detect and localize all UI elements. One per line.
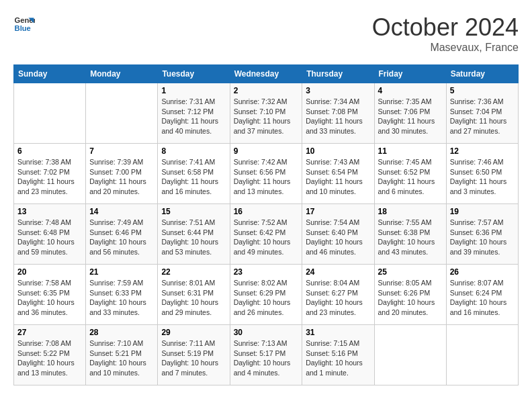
calendar-body: 1Sunrise: 7:31 AMSunset: 7:12 PMDaylight… (14, 83, 519, 385)
calendar-cell (374, 325, 446, 385)
day-info: Sunrise: 7:58 AMSunset: 6:35 PMDaylight:… (17, 278, 82, 318)
day-header-tuesday: Tuesday (158, 65, 230, 83)
day-number: 4 (378, 86, 443, 95)
calendar-cell: 29Sunrise: 7:11 AMSunset: 5:19 PMDayligh… (158, 325, 230, 385)
calendar-cell: 17Sunrise: 7:54 AMSunset: 6:40 PMDayligh… (302, 204, 374, 265)
calendar-week-1: 1Sunrise: 7:31 AMSunset: 7:12 PMDaylight… (14, 83, 519, 144)
calendar-cell: 16Sunrise: 7:52 AMSunset: 6:42 PMDayligh… (230, 204, 302, 265)
day-info: Sunrise: 8:05 AMSunset: 6:26 PMDaylight:… (378, 278, 443, 318)
day-header-monday: Monday (86, 65, 158, 83)
day-info: Sunrise: 7:15 AMSunset: 5:16 PMDaylight:… (306, 338, 370, 378)
day-info: Sunrise: 7:35 AMSunset: 7:06 PMDaylight:… (378, 97, 443, 136)
day-number: 3 (306, 86, 370, 95)
day-number: 7 (89, 146, 154, 156)
day-info: Sunrise: 7:45 AMSunset: 6:52 PMDaylight:… (378, 157, 443, 197)
day-number: 24 (306, 267, 370, 277)
day-info: Sunrise: 8:04 AMSunset: 6:27 PMDaylight:… (306, 278, 370, 318)
day-number: 5 (450, 86, 515, 95)
day-number: 22 (161, 267, 226, 277)
day-info: Sunrise: 8:07 AMSunset: 6:24 PMDaylight:… (450, 278, 515, 318)
calendar-cell: 19Sunrise: 7:57 AMSunset: 6:36 PMDayligh… (446, 204, 518, 265)
calendar-cell: 15Sunrise: 7:51 AMSunset: 6:44 PMDayligh… (158, 204, 230, 265)
day-info: Sunrise: 7:57 AMSunset: 6:36 PMDaylight:… (450, 218, 515, 257)
calendar-cell: 21Sunrise: 7:59 AMSunset: 6:33 PMDayligh… (86, 265, 158, 325)
day-number: 2 (234, 86, 299, 95)
calendar-cell: 3Sunrise: 7:34 AMSunset: 7:08 PMDaylight… (302, 83, 374, 144)
subtitle: Masevaux, France (372, 42, 519, 54)
day-info: Sunrise: 7:46 AMSunset: 6:50 PMDaylight:… (450, 157, 515, 197)
day-number: 8 (161, 146, 226, 156)
logo: General Blue (13, 13, 35, 35)
calendar-cell (86, 83, 158, 144)
calendar-cell: 6Sunrise: 7:38 AMSunset: 7:02 PMDaylight… (14, 144, 86, 204)
calendar-cell: 1Sunrise: 7:31 AMSunset: 7:12 PMDaylight… (158, 83, 230, 144)
calendar-cell: 22Sunrise: 8:01 AMSunset: 6:31 PMDayligh… (158, 265, 230, 325)
day-number: 13 (17, 207, 82, 216)
calendar-header-row: SundayMondayTuesdayWednesdayThursdayFrid… (14, 65, 519, 83)
calendar-cell: 28Sunrise: 7:10 AMSunset: 5:21 PMDayligh… (86, 325, 158, 385)
day-info: Sunrise: 7:34 AMSunset: 7:08 PMDaylight:… (306, 97, 370, 136)
day-header-wednesday: Wednesday (230, 65, 302, 83)
day-info: Sunrise: 7:43 AMSunset: 6:54 PMDaylight:… (306, 157, 370, 197)
calendar-cell: 10Sunrise: 7:43 AMSunset: 6:54 PMDayligh… (302, 144, 374, 204)
calendar-week-4: 20Sunrise: 7:58 AMSunset: 6:35 PMDayligh… (14, 265, 519, 325)
calendar-cell: 8Sunrise: 7:41 AMSunset: 6:58 PMDaylight… (158, 144, 230, 204)
calendar-cell (446, 325, 518, 385)
day-number: 14 (89, 207, 154, 216)
day-number: 30 (234, 328, 299, 337)
day-info: Sunrise: 7:08 AMSunset: 5:22 PMDaylight:… (17, 338, 82, 378)
calendar-table: SundayMondayTuesdayWednesdayThursdayFrid… (13, 64, 519, 385)
day-info: Sunrise: 7:31 AMSunset: 7:12 PMDaylight:… (161, 97, 226, 136)
title-block: October 2024 Masevaux, France (372, 13, 519, 54)
day-info: Sunrise: 7:39 AMSunset: 7:00 PMDaylight:… (89, 157, 154, 197)
calendar-cell: 13Sunrise: 7:48 AMSunset: 6:48 PMDayligh… (14, 204, 86, 265)
day-info: Sunrise: 7:52 AMSunset: 6:42 PMDaylight:… (234, 218, 299, 257)
calendar-cell: 24Sunrise: 8:04 AMSunset: 6:27 PMDayligh… (302, 265, 374, 325)
calendar-cell: 5Sunrise: 7:36 AMSunset: 7:04 PMDaylight… (446, 83, 518, 144)
day-number: 17 (306, 207, 370, 216)
day-number: 6 (17, 146, 82, 156)
month-title: October 2024 (372, 13, 519, 42)
calendar-week-3: 13Sunrise: 7:48 AMSunset: 6:48 PMDayligh… (14, 204, 519, 265)
calendar-cell (14, 83, 86, 144)
day-number: 19 (450, 207, 515, 216)
page-header: General Blue October 2024 Masevaux, Fran… (13, 13, 519, 54)
day-info: Sunrise: 7:32 AMSunset: 7:10 PMDaylight:… (234, 97, 299, 136)
calendar-cell: 4Sunrise: 7:35 AMSunset: 7:06 PMDaylight… (374, 83, 446, 144)
day-info: Sunrise: 8:01 AMSunset: 6:31 PMDaylight:… (161, 278, 226, 318)
day-header-saturday: Saturday (446, 65, 518, 83)
calendar-cell: 12Sunrise: 7:46 AMSunset: 6:50 PMDayligh… (446, 144, 518, 204)
day-number: 25 (378, 267, 443, 277)
day-number: 15 (161, 207, 226, 216)
day-number: 26 (450, 267, 515, 277)
calendar-week-2: 6Sunrise: 7:38 AMSunset: 7:02 PMDaylight… (14, 144, 519, 204)
day-number: 28 (89, 328, 154, 337)
calendar-cell: 20Sunrise: 7:58 AMSunset: 6:35 PMDayligh… (14, 265, 86, 325)
calendar-cell: 31Sunrise: 7:15 AMSunset: 5:16 PMDayligh… (302, 325, 374, 385)
calendar-cell: 26Sunrise: 8:07 AMSunset: 6:24 PMDayligh… (446, 265, 518, 325)
calendar-cell: 23Sunrise: 8:02 AMSunset: 6:29 PMDayligh… (230, 265, 302, 325)
calendar-cell: 14Sunrise: 7:49 AMSunset: 6:46 PMDayligh… (86, 204, 158, 265)
day-number: 11 (378, 146, 443, 156)
day-number: 20 (17, 267, 82, 277)
day-number: 16 (234, 207, 299, 216)
day-number: 27 (17, 328, 82, 337)
day-info: Sunrise: 7:13 AMSunset: 5:17 PMDaylight:… (234, 338, 299, 378)
day-number: 18 (378, 207, 443, 216)
day-info: Sunrise: 7:36 AMSunset: 7:04 PMDaylight:… (450, 97, 515, 136)
calendar-cell: 11Sunrise: 7:45 AMSunset: 6:52 PMDayligh… (374, 144, 446, 204)
day-number: 1 (161, 86, 226, 95)
day-info: Sunrise: 7:41 AMSunset: 6:58 PMDaylight:… (161, 157, 226, 197)
day-info: Sunrise: 7:59 AMSunset: 6:33 PMDaylight:… (89, 278, 154, 318)
day-number: 21 (89, 267, 154, 277)
day-info: Sunrise: 7:11 AMSunset: 5:19 PMDaylight:… (161, 338, 226, 378)
day-info: Sunrise: 8:02 AMSunset: 6:29 PMDaylight:… (234, 278, 299, 318)
svg-text:Blue: Blue (15, 24, 31, 32)
day-header-thursday: Thursday (302, 65, 374, 83)
day-number: 9 (234, 146, 299, 156)
calendar-cell: 7Sunrise: 7:39 AMSunset: 7:00 PMDaylight… (86, 144, 158, 204)
calendar-cell: 2Sunrise: 7:32 AMSunset: 7:10 PMDaylight… (230, 83, 302, 144)
logo-icon: General Blue (13, 13, 35, 35)
day-number: 31 (306, 328, 370, 337)
day-number: 12 (450, 146, 515, 156)
